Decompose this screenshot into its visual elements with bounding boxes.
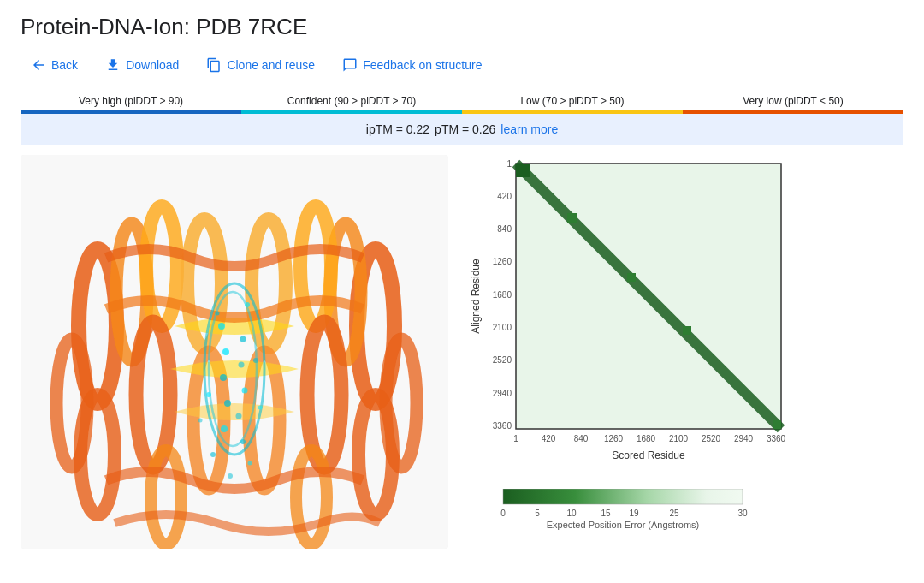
feedback-label: Feedback on structure: [363, 58, 482, 72]
svg-point-35: [210, 452, 216, 457]
svg-point-32: [253, 358, 258, 363]
colorbar-svg: 0 5 10 15 19 25 30 Expected Position Err…: [469, 489, 760, 532]
download-icon: [105, 57, 121, 73]
legend-low: Low (70 > plDDT > 50): [462, 90, 683, 114]
svg-text:2100: 2100: [669, 434, 689, 443]
svg-text:1: 1: [506, 159, 512, 169]
toolbar: Back Download Clone and reuse Feedback o…: [21, 52, 903, 78]
svg-text:2940: 2940: [734, 434, 754, 443]
svg-text:1680: 1680: [637, 434, 656, 443]
svg-text:3360: 3360: [767, 434, 786, 443]
svg-point-29: [221, 425, 228, 432]
metrics-bar: ipTM = 0.22 pTM = 0.26 learn more: [21, 114, 903, 145]
svg-text:2520: 2520: [702, 434, 721, 443]
svg-point-30: [240, 439, 246, 444]
svg-text:30: 30: [737, 509, 748, 518]
svg-text:0: 0: [500, 509, 506, 518]
clone-button[interactable]: Clone and reuse: [196, 52, 325, 78]
svg-point-27: [224, 400, 231, 407]
clone-label: Clone and reuse: [227, 58, 315, 72]
svg-point-33: [198, 419, 203, 423]
svg-point-26: [242, 388, 248, 394]
protein-structure-svg: [21, 155, 448, 549]
iptm-value: ipTM = 0.22: [366, 122, 429, 136]
pae-chart-container: 1 420 840 1260 1680 2100 2520 2940 3360 …: [469, 155, 794, 472]
svg-text:5: 5: [535, 509, 540, 518]
svg-rect-42: [516, 164, 530, 177]
svg-point-25: [220, 374, 227, 381]
svg-text:840: 840: [574, 434, 589, 443]
back-icon: [31, 57, 46, 73]
svg-text:3360: 3360: [493, 421, 512, 431]
download-button[interactable]: Download: [95, 52, 189, 78]
svg-rect-44: [627, 273, 636, 282]
colorbar-container: 0 5 10 15 19 25 30 Expected Position Err…: [469, 489, 794, 532]
confidence-legend: Very high (plDDT > 90) Confident (90 > p…: [21, 90, 903, 114]
back-button[interactable]: Back: [21, 52, 88, 78]
svg-text:420: 420: [542, 434, 556, 443]
svg-point-28: [236, 413, 242, 419]
svg-point-36: [248, 461, 252, 466]
legend-confident: Confident (90 > plDDT > 70): [241, 90, 462, 114]
download-label: Download: [126, 58, 179, 72]
svg-point-38: [216, 312, 220, 316]
svg-point-37: [228, 473, 233, 479]
svg-text:2520: 2520: [493, 355, 512, 365]
svg-point-24: [239, 362, 245, 368]
svg-rect-43: [567, 213, 578, 223]
feedback-button[interactable]: Feedback on structure: [332, 52, 492, 78]
pae-chart-svg: 1 420 840 1260 1680 2100 2520 2940 3360 …: [469, 155, 794, 472]
svg-text:1260: 1260: [493, 257, 512, 266]
svg-text:840: 840: [497, 224, 512, 234]
back-label: Back: [51, 58, 78, 72]
svg-point-23: [222, 348, 229, 355]
svg-point-21: [218, 323, 225, 330]
svg-text:1260: 1260: [604, 434, 624, 443]
svg-point-31: [206, 392, 211, 397]
main-content: 1 420 840 1260 1680 2100 2520 2940 3360 …: [21, 155, 903, 549]
svg-text:10: 10: [566, 509, 577, 518]
ptm-value: pTM = 0.26: [435, 122, 495, 136]
svg-text:2940: 2940: [493, 389, 512, 398]
svg-text:1680: 1680: [493, 290, 512, 300]
clone-icon: [206, 57, 222, 73]
page-title: Protein-DNA-Ion: PDB 7RCE: [21, 14, 903, 40]
svg-text:15: 15: [601, 509, 611, 518]
svg-rect-45: [683, 326, 691, 335]
svg-rect-46: [773, 420, 781, 429]
legend-very-low: Very low (plDDT < 50): [683, 90, 903, 114]
feedback-icon: [342, 57, 358, 73]
learn-more-link[interactable]: learn more: [500, 122, 558, 136]
legend-very-high: Very high (plDDT > 90): [21, 90, 241, 114]
svg-text:25: 25: [669, 509, 679, 518]
svg-text:2100: 2100: [493, 323, 512, 332]
svg-text:1: 1: [513, 434, 518, 443]
svg-text:19: 19: [629, 509, 639, 518]
svg-text:420: 420: [497, 192, 512, 201]
svg-text:Scored Residue: Scored Residue: [612, 449, 685, 461]
svg-rect-67: [503, 489, 743, 504]
svg-text:Expected Position Error (Angst: Expected Position Error (Angstroms): [547, 520, 700, 530]
svg-point-34: [258, 406, 263, 410]
chart-panel: 1 420 840 1260 1680 2100 2520 2940 3360 …: [469, 155, 903, 549]
svg-text:Aligned Residue: Aligned Residue: [470, 259, 482, 334]
protein-viewer[interactable]: [21, 155, 448, 549]
svg-point-22: [240, 336, 246, 342]
svg-point-39: [245, 302, 250, 307]
